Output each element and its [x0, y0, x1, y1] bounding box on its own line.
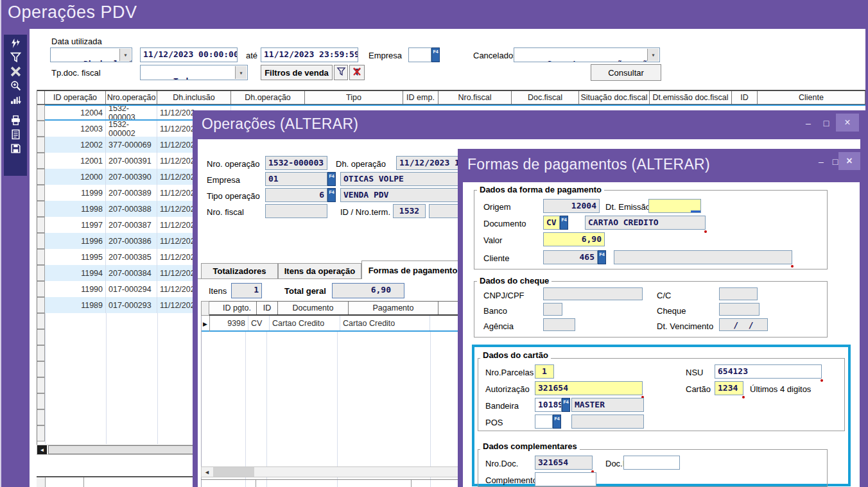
chevron-down-icon[interactable]: ▾ — [647, 49, 659, 61]
bandeira-f4-button[interactable]: F4 — [562, 398, 570, 412]
doc-id-field[interactable] — [623, 456, 680, 470]
cancelados-combo[interactable]: Somente operações não canceladas ▾ — [514, 47, 660, 62]
filtros-venda-filter-button[interactable] — [334, 65, 348, 80]
cnpj-cpf-field[interactable] — [543, 287, 643, 300]
refresh-icon[interactable] — [4, 36, 27, 50]
minimize-button[interactable]: – — [815, 154, 828, 169]
id-term-field[interactable]: 1532 — [393, 204, 426, 218]
row-selector[interactable] — [37, 265, 45, 281]
maximize-button[interactable]: □ — [819, 115, 833, 131]
column-header[interactable]: Situação doc.fiscal — [579, 91, 650, 104]
row-selector[interactable] — [37, 105, 45, 121]
zoom-in-icon[interactable] — [4, 78, 27, 92]
nsu-field[interactable]: 654123 — [715, 364, 822, 379]
column-header[interactable]: Documento — [278, 302, 349, 314]
documento-code-field[interactable]: CV — [543, 216, 560, 230]
total-geral-label: Total geral — [284, 286, 326, 296]
clear-filter-icon[interactable] — [4, 64, 27, 78]
minimize-button[interactable]: – — [801, 115, 815, 131]
pos-field[interactable] — [535, 414, 553, 429]
column-header[interactable]: ID operação — [45, 91, 106, 104]
nro-parcelas-field[interactable]: 1 — [535, 364, 554, 379]
agencia-field[interactable] — [543, 318, 575, 331]
row-selector[interactable] — [37, 377, 45, 393]
empresa-f4-button[interactable]: F4 — [431, 47, 440, 62]
row-selector[interactable] — [37, 297, 45, 313]
empresa-code-field[interactable]: 01 — [265, 172, 327, 186]
cliente-f4-button[interactable]: F4 — [598, 250, 606, 264]
documento-extra-field[interactable] — [569, 216, 584, 230]
row-selector[interactable] — [37, 249, 45, 265]
banco-field[interactable] — [543, 303, 562, 316]
row-selector[interactable] — [37, 425, 45, 441]
tp-doc-fiscal-combo[interactable]: Todos ▾ — [140, 65, 248, 80]
cliente-code-field[interactable]: 465 — [543, 250, 598, 264]
tipo-operacao-f4-button[interactable]: F4 — [327, 188, 336, 202]
cc-field[interactable] — [719, 287, 758, 300]
close-button[interactable]: × — [836, 114, 859, 132]
row-selector[interactable] — [37, 345, 45, 361]
clear-filter-button[interactable] — [349, 65, 365, 80]
column-header[interactable]: Nro.fiscal — [438, 91, 512, 104]
filter-icon[interactable] — [4, 50, 27, 64]
complemento-field[interactable] — [535, 472, 596, 486]
report-icon[interactable] — [4, 127, 27, 141]
column-header[interactable]: Dh.operação — [231, 91, 305, 104]
row-selector[interactable] — [37, 217, 45, 233]
dt-vencimento-field[interactable]: / / — [719, 318, 768, 331]
print-icon[interactable] — [4, 113, 27, 127]
row-selector[interactable] — [37, 121, 45, 137]
documento-f4-button[interactable]: F4 — [560, 216, 568, 230]
column-header[interactable]: ID — [732, 91, 758, 104]
row-selector[interactable] — [37, 361, 45, 377]
row-selector[interactable] — [37, 393, 45, 409]
scroll-left-button[interactable]: ◄ — [202, 467, 212, 477]
empresa-f4-button[interactable]: F4 — [327, 172, 336, 186]
column-header[interactable]: Nro.operação — [106, 91, 157, 104]
column-header[interactable]: Cliente — [758, 91, 865, 104]
row-selector[interactable] — [37, 201, 45, 217]
scrollbar-thumb[interactable] — [213, 467, 254, 477]
autorizacao-field[interactable]: 321654 — [535, 381, 643, 395]
data-field-combo[interactable]: Dh.inclusão ▾ — [50, 47, 132, 62]
row-selector[interactable] — [37, 185, 45, 201]
valor-field[interactable]: 6,90 — [543, 232, 605, 246]
column-header[interactable]: Dh.inclusão — [157, 91, 231, 104]
row-selector[interactable] — [37, 281, 45, 297]
tab-itens-da-operacao[interactable]: Itens da operação — [278, 263, 361, 279]
column-header[interactable]: ID — [257, 302, 278, 314]
row-selector[interactable] — [37, 409, 45, 425]
date-from-input[interactable]: 11/12/2023 00:00:00 — [140, 47, 238, 62]
date-to-input[interactable]: 11/12/2023 23:59:59 — [261, 47, 358, 62]
tipo-operacao-code-field[interactable]: 6 — [265, 188, 327, 202]
column-header[interactable]: Tipo — [305, 91, 403, 104]
close-button[interactable]: × — [838, 152, 860, 170]
column-header[interactable]: Pagamento — [349, 302, 438, 314]
row-selector[interactable] — [37, 169, 45, 185]
save-icon[interactable] — [4, 141, 27, 155]
consultar-button[interactable]: Consultar — [591, 64, 661, 81]
sort-icon[interactable] — [4, 92, 27, 107]
chevron-down-icon[interactable]: ▾ — [119, 49, 131, 61]
nro-fiscal-field[interactable] — [265, 204, 327, 218]
cheque-field[interactable] — [719, 303, 759, 316]
empresa-input[interactable] — [408, 47, 431, 62]
row-selector[interactable] — [37, 137, 45, 153]
column-header[interactable]: ID pgto. — [218, 302, 257, 314]
dt-emissao-field[interactable]: 11/12/2023 — [648, 199, 701, 213]
tab-totalizadores[interactable]: Totalizadores — [201, 263, 278, 279]
row-selector[interactable] — [37, 329, 45, 345]
row-selector[interactable] — [37, 153, 45, 169]
tab-formas-de-pagamento[interactable]: Formas de pagamento — [361, 261, 464, 279]
chevron-down-icon[interactable]: ▾ — [235, 66, 247, 79]
nro-operacao-field[interactable]: 1532-000003 — [265, 156, 327, 170]
pos-f4-button[interactable]: F4 — [553, 414, 561, 429]
column-header[interactable]: Dt.emissão doc.fiscal — [650, 91, 732, 104]
bandeira-code-field[interactable]: 10189 — [535, 398, 562, 412]
filtros-venda-button[interactable]: Filtros de venda — [261, 65, 333, 80]
cartao-field[interactable]: 1234 — [715, 381, 743, 395]
row-selector[interactable] — [37, 313, 45, 329]
row-selector[interactable] — [37, 233, 45, 249]
column-header[interactable]: Doc.fiscal — [512, 91, 579, 104]
column-header[interactable]: ID emp. — [403, 91, 438, 104]
